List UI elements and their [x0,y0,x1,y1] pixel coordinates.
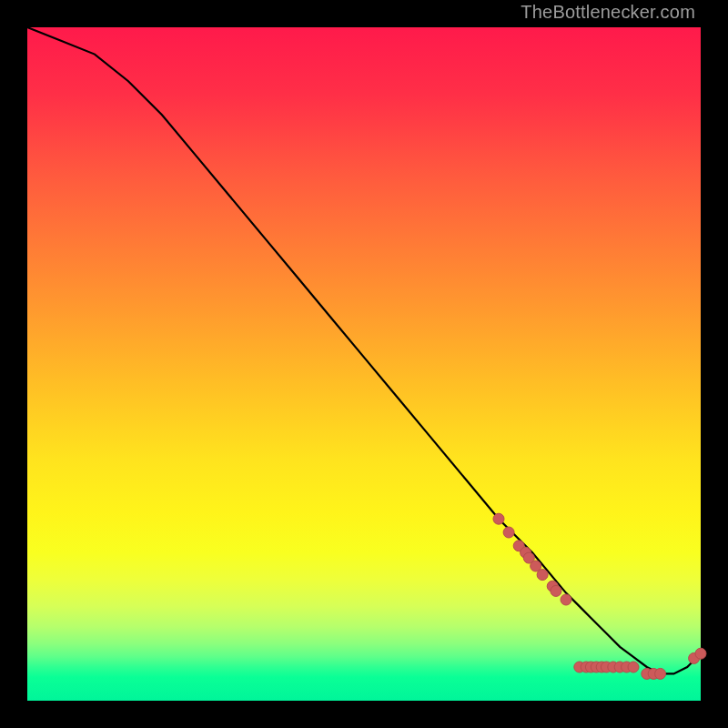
attribution-text: TheBottlenecker.com [521,2,695,23]
chart-frame: TheBottlenecker.com [0,0,728,728]
marker-point [655,668,666,679]
marker-point [503,527,514,538]
marker-point [695,648,706,659]
marker-point [628,662,639,672]
marker-point [537,570,548,581]
curve-layer [27,27,701,701]
marker-group [493,513,706,679]
marker-point [561,594,571,605]
marker-point [493,513,504,524]
bottleneck-curve [27,27,701,673]
marker-point [551,585,561,596]
plot-area [27,27,701,701]
